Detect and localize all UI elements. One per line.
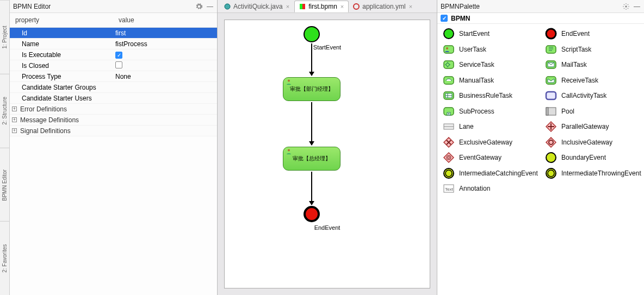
property-row-is-executable[interactable]: Is Executable✓ [10, 49, 217, 60]
tab-ActivitiQuick-java[interactable]: ActivitiQuick.java× [220, 1, 294, 12]
stub-bpmn[interactable]: BPMN Editor [0, 148, 9, 222]
tab-label: application.yml [362, 3, 405, 10]
palette-item-scripttask[interactable]: ScriptTask [541, 42, 643, 58]
user-task-2[interactable]: 审批【总经理】 [283, 147, 340, 171]
tab-first-bpmn[interactable]: first.bpmn× [294, 1, 349, 12]
palette-item-boundaryevent[interactable]: BoundaryEvent [541, 150, 643, 166]
close-icon[interactable]: × [340, 3, 344, 10]
file-icon [224, 3, 231, 10]
catch-icon [443, 167, 455, 179]
stub-project[interactable]: 1: Project [0, 0, 9, 74]
palette-item-label: StartEvent [459, 30, 490, 37]
palette-item-label: IntermediateCatchingEvent [459, 170, 538, 177]
palette-title: BPMNPalette [441, 3, 619, 10]
expander-signal-definitions[interactable]: +Signal Definitions [10, 125, 217, 136]
gear-icon[interactable] [622, 3, 630, 10]
expand-icon[interactable]: + [12, 106, 17, 111]
palette-item-eventgateway[interactable]: EventGateway [438, 150, 541, 166]
palette-item-label: ParallelGateway [561, 123, 609, 130]
rule-icon [443, 90, 455, 102]
svg-point-6 [625, 5, 627, 8]
palette-item-endevent[interactable]: EndEvent [541, 26, 643, 42]
property-row-process-type[interactable]: Process TypeNone [10, 71, 217, 82]
palette-item-receivetask[interactable]: ReceiveTask [541, 73, 643, 89]
property-header: property value [10, 13, 217, 28]
property-row-is-closed[interactable]: Is Closed [10, 60, 217, 71]
checkbox-icon[interactable]: ✓ [115, 52, 122, 59]
end-icon [545, 28, 557, 40]
palette-item-startevent[interactable]: StartEvent [438, 26, 541, 42]
start-event-node[interactable] [304, 26, 320, 42]
sequence-flow-3[interactable] [311, 172, 312, 205]
property-value[interactable] [113, 61, 217, 70]
expand-icon[interactable]: + [12, 117, 17, 122]
expander-message-definitions[interactable]: +Message Definitions [10, 115, 217, 125]
palette-item-manualtask[interactable]: ManualTask [438, 73, 541, 89]
palette-item-lane[interactable]: Lane [438, 119, 541, 135]
stub-favorites[interactable]: 2: Favorites [0, 221, 9, 295]
close-icon[interactable]: × [286, 3, 289, 10]
svg-point-8 [546, 29, 556, 39]
user-icon [443, 43, 455, 55]
palette-item-businessruletask[interactable]: BusinessRuleTask [438, 88, 541, 104]
center-area: ActivitiQuick.java×first.bpmn×applicatio… [218, 0, 437, 295]
palette-item-exclusivegateway[interactable]: ExclusiveGateway [438, 135, 541, 150]
property-row-name[interactable]: NamefistProcess [10, 39, 217, 49]
minimize-icon[interactable]: — [206, 3, 214, 10]
property-key: Is Closed [10, 62, 113, 70]
property-row-candidate-starter-users[interactable]: Candidate Starter Users [10, 93, 217, 104]
call-icon [545, 90, 557, 102]
expander-label: Error Definitions [20, 105, 67, 113]
expander-error-definitions[interactable]: +Error Definitions [10, 104, 217, 115]
expander-label: Message Definitions [20, 116, 79, 124]
palette-item-usertask[interactable]: UserTask [438, 42, 541, 58]
palette-item-subprocess[interactable]: SubProcess [438, 104, 541, 120]
gear-icon[interactable] [195, 3, 203, 10]
expand-icon[interactable]: + [12, 128, 17, 133]
checkbox-icon[interactable] [115, 61, 122, 68]
palette-item-label: Lane [459, 123, 474, 130]
property-row-candidate-starter-groups[interactable]: Candidate Starter Groups [10, 82, 217, 93]
svg-rect-1 [300, 4, 302, 9]
mail-icon [545, 59, 557, 71]
palette-item-callactivitytask[interactable]: CallActivityTask [541, 88, 643, 104]
property-row-id[interactable]: Idfirst [10, 28, 217, 39]
palette-item-label: MailTask [561, 61, 587, 68]
tab-application-yml[interactable]: application.yml× [349, 1, 417, 12]
end-event-node[interactable] [304, 206, 320, 222]
property-value[interactable]: ✓ [113, 51, 217, 59]
property-value[interactable]: first [113, 29, 217, 37]
bpmn-canvas[interactable]: StartEvent 审批【部门经理】 审批【总经理】 EndEvent [224, 20, 430, 288]
palette-item-annotation[interactable]: TextAnnotation [438, 181, 541, 197]
palette-item-pool[interactable]: Pool [541, 104, 643, 120]
property-value[interactable]: None [113, 73, 217, 80]
sequence-flow-1[interactable] [311, 43, 312, 76]
file-icon [299, 3, 306, 10]
palette-item-label: ManualTask [459, 77, 494, 84]
annot-icon: Text [443, 183, 455, 194]
sequence-flow-2[interactable] [311, 102, 312, 145]
pool-icon [545, 105, 557, 117]
palette-item-parallelgateway[interactable]: ParallelGateway [541, 119, 643, 135]
palette-item-intermediatethrowingevent[interactable]: IntermediateThrowingEvent [541, 166, 643, 181]
palette-item-servicetask[interactable]: ServiceTask [438, 57, 541, 73]
palette-item-intermediatecatchingevent[interactable]: IntermediateCatchingEvent [438, 166, 541, 181]
property-key: Process Type [10, 73, 113, 80]
palette-item-inclusivegateway[interactable]: InclusiveGateway [541, 135, 643, 150]
throw-icon [545, 167, 557, 179]
script-icon [545, 43, 557, 55]
stub-structure[interactable]: 2: Structure [0, 74, 9, 148]
property-key: Candidate Starter Groups [10, 84, 113, 91]
close-icon[interactable]: × [409, 3, 412, 10]
palette-item-label: IntermediateThrowingEvent [561, 170, 641, 177]
editor-title: BPMN Editor [13, 3, 192, 10]
minimize-icon[interactable]: — [633, 3, 641, 10]
tab-label: first.bpmn [308, 3, 337, 10]
palette-group-header[interactable]: ✓ BPMN [437, 13, 644, 24]
manual-icon [443, 74, 455, 86]
user-task-1[interactable]: 审批【部门经理】 [283, 77, 340, 101]
group-checkbox-icon[interactable]: ✓ [441, 15, 448, 22]
palette-item-mailtask[interactable]: MailTask [541, 57, 643, 73]
property-value[interactable]: fistProcess [113, 40, 217, 48]
palette-item-label: Pool [561, 108, 574, 115]
